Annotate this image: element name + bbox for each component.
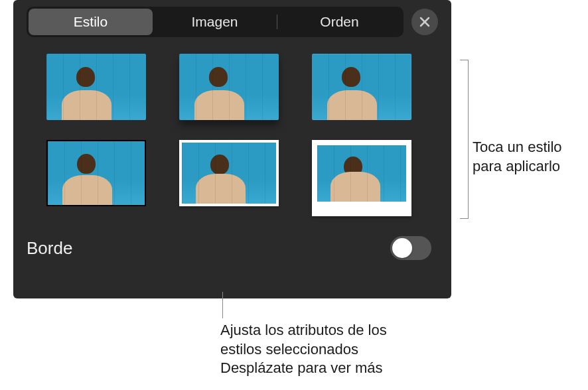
tab-order[interactable]: Orden xyxy=(277,9,402,35)
tab-image[interactable]: Imagen xyxy=(153,9,277,35)
border-toggle[interactable] xyxy=(390,236,431,260)
callout-attributes: Ajusta los atributos de los estilos sele… xyxy=(220,321,426,378)
panel-header: Estilo Imagen Orden xyxy=(27,7,438,37)
border-label: Borde xyxy=(27,238,72,259)
toggle-knob xyxy=(392,238,412,258)
close-icon xyxy=(419,16,431,28)
callout-line xyxy=(457,60,469,219)
tab-image-label: Imagen xyxy=(191,14,238,29)
style-option-shadow[interactable] xyxy=(179,54,279,120)
tab-style-label: Estilo xyxy=(74,14,108,29)
style-grid xyxy=(27,54,438,216)
callout-line xyxy=(222,292,223,318)
style-option-black-border[interactable] xyxy=(46,140,146,206)
style-option-white-border[interactable] xyxy=(179,140,279,206)
style-option-plain[interactable] xyxy=(46,54,146,120)
border-row: Borde xyxy=(27,236,438,260)
format-panel: Estilo Imagen Orden xyxy=(13,0,451,298)
close-button[interactable] xyxy=(411,9,438,35)
style-option-soft[interactable] xyxy=(312,54,411,120)
style-option-polaroid[interactable] xyxy=(312,140,411,216)
tab-order-label: Orden xyxy=(320,14,358,29)
tab-bar: Estilo Imagen Orden xyxy=(27,7,404,37)
callout-style-tap: Toca un estilo para aplicarlo xyxy=(473,138,582,176)
tab-style[interactable]: Estilo xyxy=(29,9,153,35)
